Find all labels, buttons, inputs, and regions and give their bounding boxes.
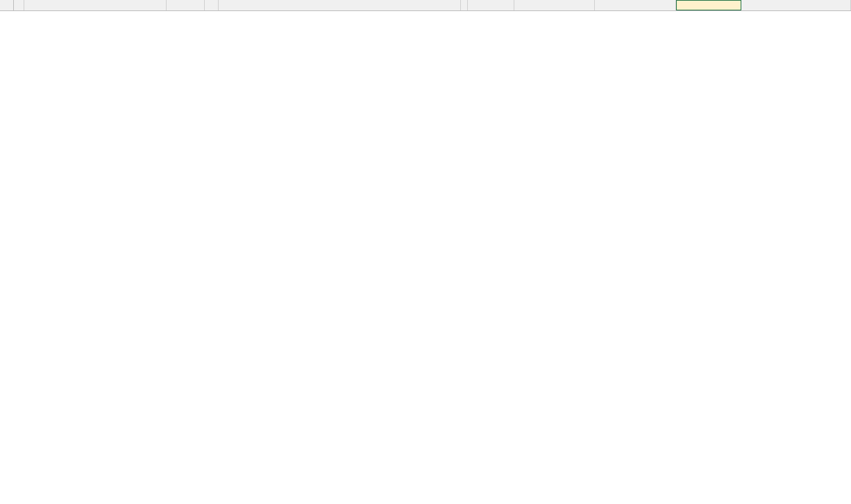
col-header-8[interactable] [514,0,595,10]
col-header-28[interactable] [676,0,742,10]
col-header-1[interactable] [14,0,24,10]
col-header-2[interactable] [24,0,167,10]
col-header-7[interactable] [468,0,514,10]
column-headers [0,0,851,11]
spreadsheet[interactable] [0,0,851,504]
col-header-6[interactable] [461,0,468,10]
col-header-3[interactable] [167,0,205,10]
col-header-29[interactable] [741,0,851,10]
col-header-5[interactable] [219,0,461,10]
col-header-4[interactable] [205,0,219,10]
col-header-9[interactable] [595,0,675,10]
select-all-corner[interactable] [0,0,14,10]
